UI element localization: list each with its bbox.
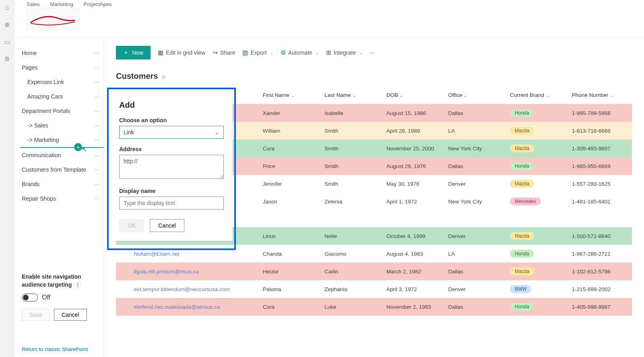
return-classic-link[interactable]: Return to classic SharePoint [22, 346, 88, 352]
more-icon[interactable]: ··· [94, 79, 99, 85]
more-icon: ··· [369, 49, 374, 56]
automate-button[interactable]: ⚙Automate⌄ [281, 49, 319, 56]
export-button[interactable]: ▧Export⌄ [242, 49, 273, 56]
excel-icon: ▧ [242, 49, 248, 56]
option-label: Choose an option [119, 117, 224, 123]
table-row[interactable]: ligula.elit.pretium@risus.caHectorCailin… [116, 263, 632, 280]
col-office[interactable]: Office⌄ [448, 86, 510, 104]
cell-brand: Mazda [510, 263, 572, 280]
table-row[interactable]: Nullam@Etiam.netChandaGiacomoAugust 4, 1… [116, 245, 632, 263]
file-icon[interactable]: 🗎 [4, 55, 10, 63]
cell-phone: 1-405-998-9987 [572, 298, 632, 316]
col-brand[interactable]: Current Brand⌄ [510, 86, 572, 104]
nav-brands[interactable]: Brands··· [14, 177, 103, 191]
targeting-toggle[interactable] [22, 293, 38, 302]
cards-icon[interactable]: ▭ [4, 38, 10, 46]
col-dob[interactable]: DOB⌄ [386, 86, 448, 104]
cell-email: ligula.elit.pretium@risus.ca [134, 263, 263, 280]
more-icon[interactable]: ··· [94, 50, 99, 56]
nav-repair[interactable]: Repair Shops··· [14, 191, 103, 206]
tab-marketing[interactable]: Marketing [50, 1, 73, 7]
cell-dob: April 3, 1972 [386, 280, 448, 298]
nav-home-label: Home [22, 50, 37, 56]
col-last[interactable]: Last Name⌄ [324, 86, 386, 104]
cell-last: Isabelle [324, 104, 386, 122]
col-phone[interactable]: Phone Number⌄ [572, 86, 632, 104]
more-icon[interactable]: ··· [94, 196, 99, 201]
cell-phone: 1-102-812-5798 [572, 263, 632, 280]
nav-pages[interactable]: Pages··· [14, 60, 103, 75]
top-band: Sales Marketing ProjectApex [14, 0, 644, 38]
site-logo[interactable] [27, 8, 79, 30]
app-rail: ⌂ ⊕ ▭ 🗎 [0, 0, 14, 357]
cell-phone: 1-500-572-8640 [572, 227, 632, 245]
more-icon[interactable]: ··· [94, 137, 99, 143]
cell-brand: Mercedes [510, 193, 572, 210]
info-icon[interactable]: i [75, 282, 80, 288]
site-tabs: Sales Marketing ProjectApex [27, 0, 644, 7]
nav-dept-portals[interactable]: Department Portals··· [14, 104, 103, 118]
chevron-down-icon: ⌄ [609, 93, 613, 98]
globe-icon[interactable]: ⊕ [4, 21, 10, 29]
address-input[interactable] [119, 155, 224, 179]
more-icon[interactable]: ··· [94, 152, 99, 158]
cancel-button[interactable]: Cancel [54, 309, 87, 321]
more-icon[interactable]: ··· [94, 108, 99, 114]
table-row[interactable]: est.tempor.bibendum@neccursusa.comPaloma… [116, 280, 632, 298]
cell-office: Dallas [448, 263, 510, 280]
chevron-down-icon: ⌄ [352, 93, 356, 98]
save-button: Save [22, 309, 50, 321]
cell-email: Nullam@Etiam.net [134, 245, 263, 263]
option-select[interactable]: Link ⌄ [119, 126, 224, 139]
cell-last: Smith [324, 122, 386, 140]
cell-last: Cailin [324, 263, 386, 280]
nav-repair-label: Repair Shops [22, 195, 56, 202]
table-row[interactable]: eleifend.nec.malesuada@atrisus.caCoraLuk… [116, 298, 632, 316]
cell-first: Hector [263, 263, 325, 280]
nav-sales[interactable]: -> Sales··· [14, 118, 103, 133]
cell-brand: Honda [510, 245, 572, 263]
more-icon[interactable]: ··· [94, 94, 99, 99]
chevron-down-icon: ⌄ [399, 93, 403, 98]
more-icon[interactable]: ··· [94, 181, 99, 187]
edit-grid-button[interactable]: ▦Edit in grid view [158, 49, 205, 56]
cell-dob: October 4, 1999 [386, 227, 448, 245]
nav-amazing-cars[interactable]: Amazing Cars··· [14, 89, 103, 104]
cell-dob: August 15, 1988 [386, 104, 448, 122]
ok-button: OK [119, 219, 144, 232]
cell-first: Linus [263, 227, 325, 245]
nav-communication[interactable]: Communication··· [14, 148, 103, 162]
dialog-cancel-button[interactable]: Cancel [150, 219, 184, 232]
audience-targeting-section: Enable site navigation audience targetin… [22, 273, 98, 321]
more-icon[interactable]: ··· [94, 65, 99, 70]
more-icon[interactable]: ··· [94, 167, 99, 172]
nav-expenses-link[interactable]: Expenses Link··· [14, 75, 103, 89]
new-button-label: New [132, 49, 143, 56]
export-label: Export [250, 49, 266, 56]
new-button[interactable]: ＋New [116, 46, 151, 60]
share-button[interactable]: ↪Share [213, 49, 235, 56]
home-icon[interactable]: ⌂ [5, 4, 9, 11]
share-label: Share [220, 49, 235, 56]
nav-marketing[interactable]: -> Marketing··· [14, 133, 103, 147]
nav-customers-template[interactable]: Customers from Template··· [14, 162, 103, 177]
more-icon[interactable]: ··· [94, 123, 99, 128]
integrate-button[interactable]: ⊞Integrate⌄ [326, 49, 362, 56]
cell-last: Smith [324, 175, 386, 193]
chevron-down-icon: ⌄ [545, 93, 549, 98]
targeting-label: Enable site navigation audience targetin… [22, 273, 98, 289]
cell-dob: April 1, 1972 [386, 193, 448, 210]
col-first[interactable]: First Name⌄ [263, 86, 325, 104]
favorite-icon[interactable]: ☆ [161, 74, 166, 80]
overflow-button[interactable]: ··· [369, 49, 374, 56]
cell-phone: 1-987-286-2721 [572, 245, 632, 263]
nav-home[interactable]: Home··· [14, 46, 103, 60]
grid-icon: ▦ [158, 49, 163, 56]
toggle-state-label: Off [42, 294, 50, 301]
cell-last: Smith [324, 157, 386, 175]
cell-phone: 1-995-789-5956 [572, 104, 632, 122]
nav-amazing-label: Amazing Cars [27, 93, 63, 100]
display-name-input[interactable] [119, 197, 224, 209]
tab-projectapex[interactable]: ProjectApex [84, 1, 112, 7]
tab-sales[interactable]: Sales [27, 1, 40, 7]
